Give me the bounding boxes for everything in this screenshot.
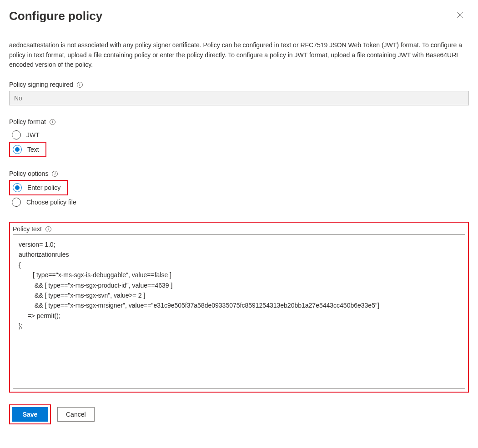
cancel-button[interactable]: Cancel: [57, 407, 95, 422]
radio-choose-file[interactable]: Choose policy file: [9, 195, 469, 209]
close-icon: [457, 11, 464, 19]
radio-icon: [13, 145, 22, 154]
radio-file-label: Choose policy file: [26, 199, 76, 206]
policy-text-label: Policy text: [13, 225, 42, 233]
signing-input: [9, 91, 469, 105]
radio-enter-label: Enter policy: [27, 184, 60, 191]
radio-icon: [12, 198, 21, 207]
info-icon[interactable]: i: [52, 171, 58, 177]
close-button[interactable]: [456, 11, 464, 19]
radio-text[interactable]: Text: [10, 143, 45, 156]
radio-text-label: Text: [27, 146, 39, 153]
signing-label: Policy signing required: [9, 81, 73, 88]
radio-jwt[interactable]: JWT: [9, 128, 469, 142]
info-icon[interactable]: i: [77, 82, 83, 88]
info-icon[interactable]: i: [50, 119, 55, 125]
page-title: Configure policy: [9, 9, 102, 23]
format-label: Policy format: [9, 118, 46, 125]
info-icon[interactable]: i: [45, 226, 51, 232]
radio-icon: [12, 130, 21, 139]
save-button[interactable]: Save: [12, 407, 48, 422]
radio-enter-policy[interactable]: Enter policy: [10, 181, 67, 194]
policy-textarea[interactable]: [13, 234, 465, 389]
radio-jwt-label: JWT: [26, 131, 40, 139]
options-label: Policy options: [9, 170, 48, 177]
radio-icon: [13, 183, 22, 192]
description-text: aedocsattestation is not associated with…: [9, 40, 469, 70]
